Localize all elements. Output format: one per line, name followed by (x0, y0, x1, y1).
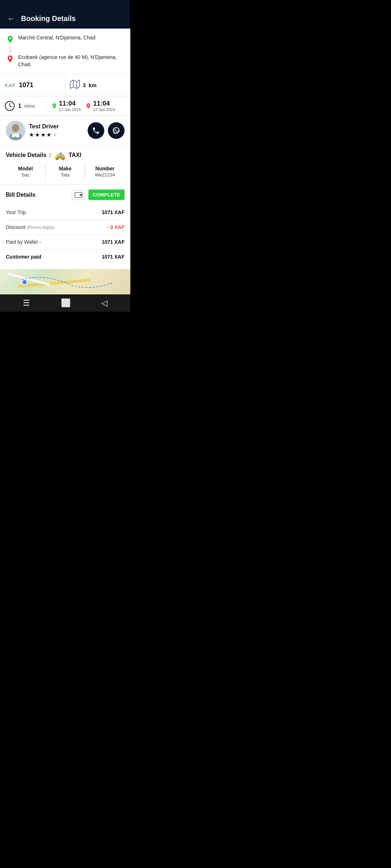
dropoff-date: 17 Jan 2024 (93, 107, 115, 112)
distance-value: 3 (83, 82, 86, 88)
map-route-line (0, 269, 130, 294)
vehicle-section: Vehicle Details : 🚕 TAXI Model Sac Make … (0, 146, 130, 184)
status-bar (0, 0, 130, 9)
back-button[interactable]: ← (7, 15, 15, 23)
bill-row-wallet: Paid by Wallet - 1071 XAF (6, 235, 125, 250)
bill-section: Bill Details COMPLETE Your Trip 1071 XAF… (0, 184, 130, 269)
pickup-date: 17 Jan 2024 (59, 107, 81, 112)
back-nav-icon[interactable]: ◁ (101, 298, 108, 308)
map-preview (0, 269, 130, 294)
svg-point-0 (9, 38, 11, 39)
route-section: Marché Central, N'Djamena, Chad Ecobank … (0, 29, 130, 74)
dropoff-time: 11:04 (93, 100, 110, 107)
svg-point-6 (54, 105, 55, 106)
times-cell: 11:04 17 Jan 2024 11:04 17 Jan 2024 (47, 100, 126, 112)
destination-pin-icon (6, 55, 14, 63)
driver-section: Test Driver ★ ★ ★ ★ ★ (0, 116, 130, 146)
nav-bar: ☰ ⬜ ◁ (0, 294, 130, 312)
dropoff-time-block: 11:04 17 Jan 2024 (85, 100, 115, 112)
duration-unit: mins (24, 103, 35, 109)
driver-actions (88, 122, 125, 139)
taxi-icon: 🚕 (54, 149, 66, 161)
time-section: 1 mins 11:04 17 Jan 2024 1 (0, 96, 130, 116)
complete-badge: COMPLETE (88, 190, 125, 200)
total-value: 1071 XAF (102, 254, 125, 260)
bill-row-total: Customer paid 1071 XAF (6, 250, 125, 264)
main-content: Marché Central, N'Djamena, Chad Ecobank … (0, 29, 130, 294)
vehicle-details-row: Model Sac Make Tata Number We21234 (6, 164, 125, 179)
number-heading: Number (95, 166, 114, 171)
model-value: Sac (21, 172, 29, 178)
wallet-label: Paid by Wallet - (6, 239, 41, 245)
number-cell: Number We21234 (85, 164, 125, 179)
vehicle-type: TAXI (68, 152, 81, 158)
svg-point-1 (9, 57, 11, 59)
map-icon (70, 79, 80, 91)
origin-row: Marché Central, N'Djamena, Chad (6, 34, 125, 44)
chat-button[interactable] (108, 122, 125, 139)
model-cell: Model Sac (6, 164, 46, 179)
number-value: We21234 (95, 172, 115, 178)
star-3: ★ (41, 131, 46, 138)
origin-text: Marché Central, N'Djamena, Chad (18, 34, 96, 42)
vehicle-colon: : (49, 152, 51, 158)
svg-point-16 (80, 194, 81, 195)
driver-avatar (6, 121, 25, 140)
clock-icon (4, 101, 15, 111)
total-label: Customer paid (6, 254, 41, 260)
distance-cell: 3 km (66, 74, 131, 96)
star-1: ★ (29, 131, 34, 138)
bill-row-discount: Discount (Promo Apply) - 0 XAF (6, 220, 125, 235)
wallet-value: 1071 XAF (102, 239, 125, 245)
wallet-icon (72, 190, 85, 200)
make-value: Tata (61, 172, 70, 178)
duration-value: 1 (18, 103, 21, 109)
star-5: ★ (52, 131, 57, 138)
currency-label: XAF (4, 82, 16, 88)
discount-label: Discount (Promo Apply) (6, 224, 54, 230)
destination-row: Ecobank (agence rue de 40 M), N'Djamena,… (6, 54, 125, 68)
promo-text: (Promo Apply) (27, 225, 54, 230)
call-button[interactable] (88, 122, 104, 139)
star-2: ★ (35, 131, 40, 138)
pickup-time: 11:04 (59, 100, 76, 107)
bill-title: Bill Details (6, 192, 35, 198)
dropoff-pin-icon (85, 103, 92, 109)
origin-pin-icon (6, 35, 14, 44)
driver-rating-stars: ★ ★ ★ ★ ★ (29, 131, 59, 138)
svg-rect-12 (14, 137, 15, 140)
duration-cell: 1 mins (4, 101, 47, 111)
pickup-time-block: 11:04 17 Jan 2024 (51, 100, 81, 112)
make-cell: Make Tata (46, 164, 85, 179)
price-cell: XAF 1071 (0, 74, 66, 96)
driver-details: Test Driver ★ ★ ★ ★ ★ (29, 123, 59, 138)
distance-unit: km (89, 82, 97, 88)
header: ← Booking Details (0, 9, 130, 29)
page-title: Booking Details (21, 14, 76, 23)
svg-point-9 (12, 124, 19, 132)
svg-marker-2 (70, 80, 80, 89)
bill-header-right: COMPLETE (72, 190, 125, 200)
stats-section: XAF 1071 3 km (0, 74, 130, 96)
svg-rect-13 (15, 137, 16, 137)
vehicle-title-row: Vehicle Details : 🚕 TAXI (6, 149, 125, 161)
bill-row-trip: Your Trip 1071 XAF (6, 205, 125, 220)
discount-value: - 0 XAF (107, 224, 125, 230)
price-value: 1071 (19, 81, 33, 89)
trip-value: 1071 XAF (102, 209, 125, 215)
hamburger-icon[interactable]: ☰ (23, 298, 30, 308)
make-heading: Make (59, 166, 71, 171)
driver-info-left: Test Driver ★ ★ ★ ★ ★ (6, 121, 59, 140)
model-heading: Model (18, 166, 33, 171)
pickup-pin-icon (51, 103, 58, 109)
destination-text: Ecobank (agence rue de 40 M), N'Djamena,… (18, 54, 125, 68)
star-4: ★ (46, 131, 51, 138)
home-icon[interactable]: ⬜ (61, 298, 71, 308)
bill-header: Bill Details COMPLETE (6, 190, 125, 200)
svg-point-7 (88, 105, 89, 106)
trip-label: Your Trip (6, 209, 26, 215)
driver-name: Test Driver (29, 123, 59, 130)
vehicle-label: Vehicle Details (6, 152, 46, 158)
